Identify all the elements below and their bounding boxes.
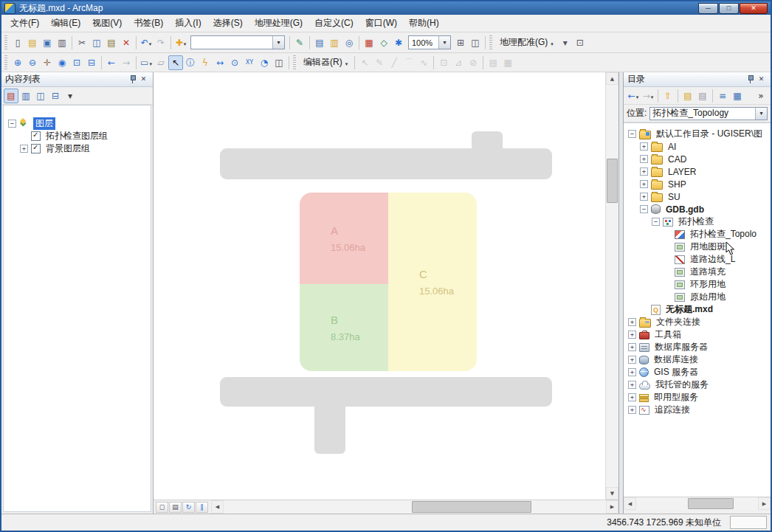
paste-icon[interactable]: ▤ [104, 35, 119, 50]
attributes-icon[interactable]: ▤ [486, 55, 500, 70]
catalog-tree-item[interactable]: +我托管的服务 [624, 379, 771, 391]
toolbar-overflow-icon[interactable]: » [754, 89, 768, 103]
dropdown-arrow-icon[interactable] [272, 36, 284, 49]
contents-view-icon[interactable]: ≡ [715, 89, 730, 103]
maximize-button[interactable]: □ [719, 3, 739, 14]
parcel-a[interactable]: A 15.06ha [300, 193, 388, 284]
list-by-drawing-order-icon[interactable]: ▤ [4, 89, 18, 103]
catalog-tree-item[interactable]: +文件夹连接 [624, 316, 771, 328]
go-back-extent-icon[interactable]: ← [104, 55, 119, 70]
expand-plus-icon[interactable]: + [20, 145, 28, 153]
catalog-tree-item[interactable]: +AI [624, 140, 771, 153]
thumbnails-view-icon[interactable]: ▦ [730, 89, 745, 103]
scrollbar-thumb[interactable] [688, 498, 734, 509]
arctoolbox-icon[interactable]: ▦ [362, 35, 376, 50]
catalog-tree-item[interactable]: 用地图斑 [624, 241, 771, 253]
georeferencing-tools-icon[interactable]: ⊡ [573, 35, 587, 50]
catalog-tree-item[interactable]: 拓扑检查_Topolo [624, 228, 771, 241]
map-vertical-scrollbar[interactable] [605, 72, 618, 500]
open-folder-icon[interactable]: ▤ [25, 35, 40, 50]
pin-icon[interactable] [127, 75, 138, 85]
toolbar-grip[interactable] [489, 35, 492, 50]
redo-icon[interactable]: ↷ [154, 35, 168, 50]
parcel-c[interactable]: C 15.06ha [388, 193, 477, 371]
cut-polygons-icon[interactable]: ⊘ [466, 55, 480, 70]
delete-icon[interactable]: ✕ [119, 35, 134, 50]
layout-view-button[interactable]: ▤ [169, 502, 182, 513]
identify-icon[interactable]: ⓘ [183, 55, 198, 70]
scrollbar-track[interactable] [636, 497, 758, 510]
straight-segment-icon[interactable]: ╱ [387, 55, 401, 70]
find-icon[interactable]: ⊙ [227, 55, 242, 70]
trace-tool-icon[interactable]: ∿ [416, 55, 431, 70]
select-features-icon[interactable]: ▭ [139, 55, 154, 70]
expand-plus-icon[interactable]: + [640, 193, 648, 201]
zoom-in-icon[interactable]: ⊕ [10, 55, 25, 70]
menu-bookmarks[interactable]: 书签(B) [128, 15, 169, 31]
expand-plus-icon[interactable]: + [640, 142, 648, 151]
catalog-tree-item[interactable]: −默认工作目录 - UGISER\图 [624, 128, 771, 140]
list-by-selection-icon[interactable]: ⊟ [48, 89, 63, 103]
toolbar-grip[interactable] [293, 55, 296, 70]
edit-vertices-icon[interactable]: ⊡ [436, 55, 451, 70]
connect-folder-icon[interactable]: ▤ [680, 89, 695, 103]
pin-icon[interactable] [745, 75, 756, 85]
collapse-minus-icon[interactable]: − [652, 218, 660, 226]
html-popup-icon[interactable]: ◫ [272, 55, 286, 70]
toolbar-grip[interactable] [4, 55, 7, 70]
map-canvas[interactable]: A 15.06ha B 8.37ha C 15.06ha [154, 72, 605, 500]
menu-windows[interactable]: 窗口(W) [359, 15, 403, 31]
undo-icon[interactable]: ↶ [139, 35, 154, 50]
refresh-view-button[interactable]: ↻ [182, 502, 195, 513]
zoom-percent-combo[interactable]: 100% [408, 35, 451, 49]
endpoint-arc-icon[interactable]: ⌒ [401, 55, 416, 70]
clear-selection-icon[interactable]: ▱ [154, 55, 168, 70]
georeferencing-layer-icon[interactable]: ▾ [558, 35, 573, 50]
catalog-tree-item[interactable]: +LAYER [624, 165, 771, 178]
edit-tool-icon[interactable]: ↖ [357, 55, 372, 70]
pixel-swipe-icon[interactable]: ⊞ [453, 35, 468, 50]
copy-icon[interactable]: ◫ [89, 35, 104, 50]
toolbar-grip[interactable] [4, 35, 7, 50]
editor-menu[interactable]: 编辑器(R) [299, 55, 352, 70]
catalog-window-icon[interactable]: ▥ [327, 35, 342, 50]
toc-tree-item[interactable]: 拓扑检查图层组 [4, 130, 151, 142]
catalog-tree-item[interactable]: +数据库连接 [624, 353, 771, 366]
catalog-tree-item[interactable]: +即用型服务 [624, 391, 771, 404]
editor-toolbar-icon[interactable]: ✎ [292, 35, 307, 50]
location-combo[interactable]: 拓扑检查_Topology [649, 107, 768, 120]
scroll-up-icon[interactable] [606, 72, 618, 85]
catalog-tree-item[interactable]: 道路边线_L [624, 253, 771, 266]
catalog-tree-item[interactable]: +SHP [624, 178, 771, 190]
search-window-icon[interactable]: ◎ [342, 35, 356, 50]
close-panel-icon[interactable]: ✕ [138, 75, 149, 85]
sketch-properties-icon[interactable]: ▦ [500, 55, 515, 70]
menu-customize[interactable]: 自定义(C) [309, 15, 359, 31]
fixed-zoom-out-icon[interactable]: ⊟ [84, 55, 99, 70]
menu-view[interactable]: 视图(V) [86, 15, 128, 31]
catalog-tree-item[interactable]: 无标题.mxd [624, 303, 771, 316]
expand-plus-icon[interactable]: + [640, 180, 648, 188]
toc-tree-item[interactable]: −图层 [4, 117, 151, 130]
catalog-tree-item[interactable]: +SU [624, 190, 771, 203]
menu-insert[interactable]: 插入(I) [169, 15, 207, 31]
go-forward-extent-icon[interactable]: → [119, 55, 134, 70]
catalog-tree-item[interactable]: −GDB.gdb [624, 203, 771, 215]
disconnect-folder-icon[interactable]: ▤ [695, 89, 710, 103]
menu-geoprocessing[interactable]: 地理处理(G) [249, 15, 309, 31]
expand-plus-icon[interactable]: + [628, 331, 636, 339]
catalog-tree-item[interactable]: +追踪连接 [624, 404, 771, 416]
new-document-icon[interactable]: ▯ [10, 35, 25, 50]
expand-plus-icon[interactable]: + [640, 167, 648, 176]
collapse-minus-icon[interactable]: − [640, 205, 648, 213]
catalog-tree-item[interactable]: −拓扑检查 [624, 215, 771, 228]
expand-plus-icon[interactable]: + [640, 155, 648, 163]
catalog-tree-item[interactable]: 环形用地 [624, 278, 771, 291]
catalog-tree-item[interactable]: +GIS 服务器 [624, 366, 771, 379]
list-by-visibility-icon[interactable]: ◫ [33, 89, 48, 103]
zoom-out-icon[interactable]: ⊖ [25, 55, 40, 70]
toc-options-icon[interactable]: ▾ [63, 89, 77, 103]
fixed-zoom-in-icon[interactable]: ⊡ [69, 55, 84, 70]
close-panel-icon[interactable]: ✕ [756, 75, 767, 85]
add-data-icon[interactable]: ✚ [173, 35, 188, 50]
